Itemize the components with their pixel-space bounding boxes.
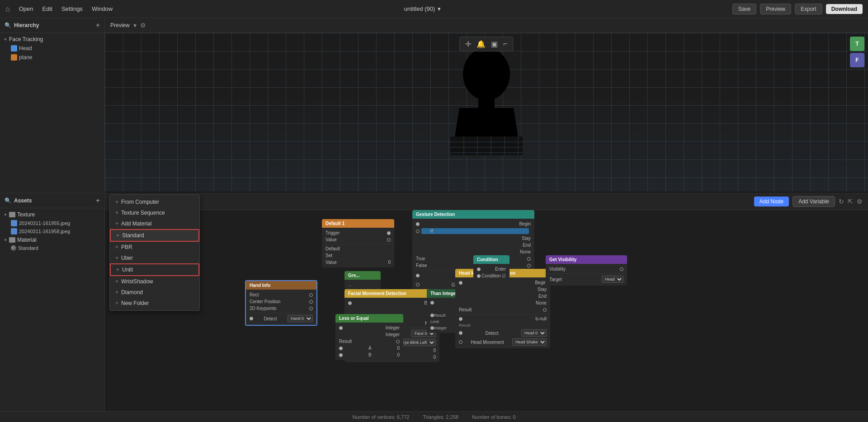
triangles-count: Triangles: 2,258 xyxy=(423,414,458,420)
scripting-settings-icon[interactable]: ⚙ xyxy=(857,198,863,205)
asset-dropdown-menu: + From Computer + Texture Sequence + Add… xyxy=(109,210,200,311)
dropdown-uber[interactable]: + Uber xyxy=(110,253,199,263)
move-tool-icon[interactable]: ✛ xyxy=(465,40,471,48)
scripting-refresh-icon[interactable]: ↻ xyxy=(839,198,844,205)
assets-search-icon[interactable]: 🔍 xyxy=(5,197,11,204)
plane-cube-icon xyxy=(11,54,17,61)
standard-label: Standard xyxy=(18,245,38,251)
asset-standard[interactable]: Standard xyxy=(0,244,104,252)
avatar-f-badge[interactable]: F xyxy=(850,53,864,67)
dropdown-new-folder[interactable]: + New Folder xyxy=(110,298,199,309)
topbar: ⌂ Open Edit Settings Window untitled (90… xyxy=(0,0,868,18)
project-title: untitled (90) xyxy=(404,5,435,12)
new-folder-plus-icon: + xyxy=(115,300,118,306)
head-cube-icon xyxy=(11,45,17,52)
hierarchy-plane-item[interactable]: plane xyxy=(0,53,104,62)
menu-open[interactable]: Open xyxy=(19,5,33,12)
assets-section: 🔍 Assets + ▼ Texture 20240311-161955.jpe… xyxy=(0,193,104,411)
avatar-t-badge[interactable]: T xyxy=(850,37,864,51)
search-icon[interactable]: 🔍 xyxy=(5,22,11,28)
uber-label: Uber xyxy=(121,255,133,261)
save-button[interactable]: Save xyxy=(732,4,756,14)
assets-items: ▼ Texture 20240311-161955.jpeg 20240311-… xyxy=(0,208,104,411)
dropdown-standard[interactable]: + Standard xyxy=(110,229,199,242)
left-panel: 🔍 Hierarchy + ▼ Face Tracking Head plane xyxy=(0,18,105,411)
head-movement-select[interactable]: Head Shake xyxy=(512,338,547,346)
gesture-detection-header: Gesture Detection xyxy=(412,210,534,219)
scripting-export-icon[interactable]: ⇱ xyxy=(848,198,853,205)
value-dot xyxy=(387,238,391,242)
hand-info-node[interactable]: Hand Info Rect Center Position 2D Keypoi… xyxy=(245,280,317,326)
pbr-label: PBR xyxy=(121,244,132,250)
assets-texture-group[interactable]: ▼ Texture xyxy=(0,210,104,219)
menu-edit[interactable]: Edit xyxy=(42,5,52,12)
preview-button[interactable]: Preview xyxy=(760,4,791,14)
green-body: ... xyxy=(344,280,381,290)
add-variable-button[interactable]: Add Variable xyxy=(793,196,835,207)
bell-icon[interactable]: 🔔 xyxy=(476,40,486,48)
uber-plus-icon: + xyxy=(115,255,118,261)
scripting-actions: Add Node Add Variable ↻ ⇱ ⚙ xyxy=(754,196,863,207)
dropdown-add-material[interactable]: + Add Material xyxy=(110,218,199,229)
dropdown-icon[interactable]: ▾ xyxy=(438,5,441,12)
dropdown-diamond[interactable]: + Diamond xyxy=(110,287,199,298)
default1-body: Trigger Value Default Set Value0 xyxy=(322,228,394,267)
add-node-button[interactable]: Add Node xyxy=(754,197,789,206)
hierarchy-head-item[interactable]: Head xyxy=(0,44,104,53)
home-icon[interactable]: ⌂ xyxy=(5,5,10,13)
get-visibility-target-select[interactable]: Head xyxy=(602,276,623,283)
hierarchy-face-tracking-group[interactable]: ▼ Face Tracking xyxy=(0,35,104,44)
svg-point-0 xyxy=(463,48,510,100)
material-expand-icon: ▼ xyxy=(4,238,7,242)
avatar-badge-area: T F xyxy=(850,37,864,67)
menu-window[interactable]: Window xyxy=(92,5,113,12)
standard-plus-icon: + xyxy=(116,232,119,239)
preview-chevron[interactable]: ▾ xyxy=(133,22,137,29)
unlit-plus-icon: + xyxy=(116,267,119,273)
preview-settings-icon[interactable]: ⚙ xyxy=(140,22,146,29)
facial-movement-select[interactable]: Eye Blink Left xyxy=(399,339,436,346)
default1-header: Default 1 xyxy=(322,219,394,228)
corner-tool-icon[interactable]: ⌐ xyxy=(503,40,507,48)
hierarchy-add-button[interactable]: + xyxy=(96,22,100,29)
dropdown-pbr[interactable]: + PBR xyxy=(110,242,199,253)
assets-add-button[interactable]: + xyxy=(96,197,100,204)
plane-label: plane xyxy=(19,54,32,61)
material-folder-icon xyxy=(9,237,15,243)
if-node-left xyxy=(416,230,420,233)
file2-name: 20240311-161958.jpeg xyxy=(19,229,70,234)
asset-file1[interactable]: 20240311-161955.jpeg xyxy=(0,219,104,227)
dropdown-wrist-shadow[interactable]: + WristShadow xyxy=(110,276,199,287)
assets-material-group[interactable]: ▼ Material xyxy=(0,235,104,244)
green-node[interactable]: Gre... ... xyxy=(344,271,381,290)
preview-area: Preview ▾ ⚙ xyxy=(105,18,868,193)
default1-node[interactable]: Default 1 Trigger Value Default Set Valu… xyxy=(322,219,394,267)
standard-label: Standard xyxy=(122,232,144,239)
file2-icon xyxy=(11,228,17,234)
menu-settings[interactable]: Settings xyxy=(61,5,83,12)
condition-node[interactable]: Condition Enter Condition ☑ xyxy=(473,255,509,281)
hierarchy-header: 🔍 Hierarchy + xyxy=(0,18,104,33)
head-detect-select[interactable]: Head 0 xyxy=(521,329,547,337)
download-button[interactable]: Download xyxy=(826,4,863,14)
export-button[interactable]: Export xyxy=(795,4,822,14)
preview-label: Preview xyxy=(110,22,130,28)
less-or-equal-node[interactable]: Less or Equal Integer Integer Result A0 … xyxy=(335,314,403,360)
vertices-count: Number of vertices: 6,772 xyxy=(352,414,409,420)
get-visibility-node[interactable]: Get Visibility Visibility Target Head xyxy=(546,255,627,286)
assets-header: 🔍 Assets + xyxy=(0,193,104,208)
wrist-shadow-label: WristShadow xyxy=(121,278,153,285)
square-tool-icon[interactable]: ▣ xyxy=(491,40,498,48)
hand-info-detect-select[interactable]: Hand 0 xyxy=(288,315,313,322)
scripting-canvas[interactable]: Default 1 Trigger Value Default Set Valu… xyxy=(105,210,868,411)
dropdown-unlit[interactable]: + Unlit xyxy=(110,263,199,276)
assets-title: 🔍 Assets xyxy=(5,197,32,204)
scripting-header: VISUAL SCRIPTING Add Node Add Variable ↻… xyxy=(105,193,868,210)
standard-material-icon xyxy=(11,245,16,251)
svg-rect-1 xyxy=(478,97,495,108)
texture-sequence-label: Texture Sequence xyxy=(121,210,165,216)
wrist-shadow-plus-icon: + xyxy=(115,278,118,285)
asset-file2[interactable]: 20240311-161958.jpeg xyxy=(0,227,104,235)
dropdown-texture-sequence[interactable]: + Texture Sequence xyxy=(110,210,199,218)
head-movement-body: Begin Stay End None Result b-null Result… xyxy=(455,277,550,348)
